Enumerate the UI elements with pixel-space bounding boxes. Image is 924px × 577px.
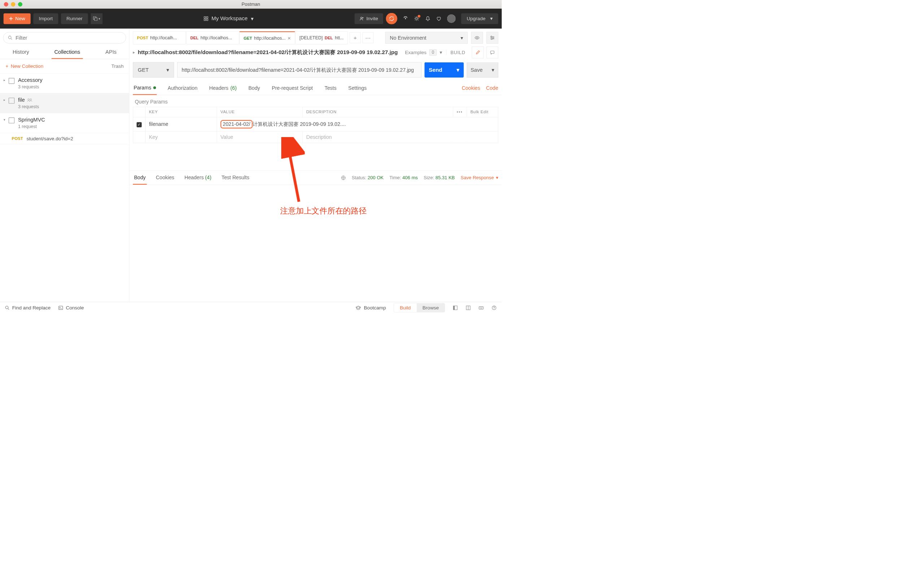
bulk-edit-button[interactable]: Bulk Edit bbox=[467, 107, 498, 117]
keyboard-icon[interactable] bbox=[478, 305, 484, 310]
console-icon bbox=[58, 305, 63, 310]
subtab-authorization[interactable]: Authorization bbox=[167, 82, 198, 95]
user-avatar[interactable] bbox=[447, 15, 456, 23]
tab-options-button[interactable]: ⋯ bbox=[363, 32, 373, 43]
new-collection-button[interactable]: + New Collection bbox=[5, 63, 43, 69]
subtab-pre-request[interactable]: Pre-request Script bbox=[271, 82, 313, 95]
find-replace-button[interactable]: Find and Replace bbox=[5, 305, 50, 311]
env-settings-button[interactable] bbox=[486, 32, 498, 44]
close-icon[interactable]: × bbox=[288, 35, 291, 41]
capture-button[interactable] bbox=[403, 16, 408, 21]
runner-button[interactable]: Runner bbox=[61, 13, 88, 24]
examples-dropdown[interactable]: Examples 0 ▾ bbox=[405, 49, 442, 56]
settings-button[interactable] bbox=[414, 16, 419, 21]
expand-url-button[interactable]: ▸ bbox=[133, 50, 135, 55]
new-tab-button[interactable]: + bbox=[350, 32, 360, 43]
svg-point-10 bbox=[28, 98, 29, 100]
method-selector[interactable]: GET ▾ bbox=[133, 62, 174, 77]
request-tab-0[interactable]: POST http://localh... bbox=[133, 31, 186, 44]
tab-collections[interactable]: Collections bbox=[52, 45, 83, 59]
resp-tab-cookies[interactable]: Cookies bbox=[155, 171, 176, 185]
notifications-button[interactable] bbox=[425, 16, 431, 21]
favorites-button[interactable] bbox=[436, 16, 441, 21]
collection-file[interactable]: ▸ file 3 requests bbox=[0, 93, 129, 113]
collection-accessory[interactable]: ▸ Accessory 3 requests bbox=[0, 74, 129, 93]
build-mode[interactable]: Build bbox=[394, 303, 417, 312]
filter-input-wrap[interactable] bbox=[3, 32, 126, 43]
query-params-label: Query Params bbox=[129, 95, 502, 107]
send-button[interactable]: Send ▾ bbox=[425, 62, 464, 77]
resp-tab-headers[interactable]: Headers (4) bbox=[183, 171, 213, 185]
comment-button[interactable] bbox=[486, 47, 498, 58]
tab-apis[interactable]: APIs bbox=[102, 45, 119, 59]
pane-split-icon[interactable] bbox=[465, 305, 471, 310]
resp-tab-tests[interactable]: Test Results bbox=[221, 171, 250, 185]
plus-icon bbox=[9, 16, 13, 21]
invite-button[interactable]: Invite bbox=[354, 13, 383, 24]
grid-icon bbox=[204, 16, 208, 21]
windows-button[interactable]: ▾ bbox=[90, 13, 102, 24]
globe-icon[interactable] bbox=[341, 175, 346, 180]
folder-icon bbox=[9, 98, 15, 103]
subtab-settings[interactable]: Settings bbox=[347, 82, 367, 95]
close-window[interactable] bbox=[4, 2, 8, 6]
workspace-selector[interactable]: My Workspace ▾ bbox=[204, 16, 254, 22]
chevron-down-icon: ▾ bbox=[492, 67, 494, 73]
request-tab-3[interactable]: [DELETED] DEL htt... bbox=[295, 31, 347, 44]
bootcamp-button[interactable]: Bootcamp bbox=[355, 305, 386, 311]
help-icon[interactable] bbox=[492, 305, 497, 310]
cookies-link[interactable]: Cookies bbox=[462, 85, 480, 91]
build-browse-toggle[interactable]: Build Browse bbox=[394, 303, 445, 313]
tab-history[interactable]: History bbox=[10, 45, 32, 59]
chevron-down-icon: ▾ bbox=[166, 67, 169, 73]
trash-button[interactable]: Trash bbox=[111, 63, 123, 69]
subtab-body[interactable]: Body bbox=[247, 82, 261, 95]
filter-input[interactable] bbox=[16, 35, 121, 41]
svg-point-12 bbox=[477, 37, 478, 38]
save-button[interactable]: Save ▾ bbox=[467, 62, 498, 77]
chevron-down-icon: ▾ bbox=[3, 118, 5, 121]
param-row-new[interactable]: Key Value Description bbox=[133, 131, 498, 143]
import-button[interactable]: Import bbox=[33, 13, 58, 24]
minimize-window[interactable] bbox=[11, 2, 15, 6]
traffic-lights bbox=[4, 2, 23, 6]
subtab-params[interactable]: Params bbox=[133, 82, 157, 95]
request-title: http://localhost:8002/file/download?file… bbox=[138, 49, 402, 56]
build-link[interactable]: BUILD bbox=[446, 50, 469, 55]
env-preview-button[interactable] bbox=[471, 32, 483, 44]
request-tab-1[interactable]: DEL http://localhos... bbox=[186, 31, 239, 44]
maximize-window[interactable] bbox=[18, 2, 23, 6]
chevron-right-icon: ▸ bbox=[3, 98, 5, 102]
main-content: POST http://localh... DEL http://localho… bbox=[129, 29, 502, 302]
request-item-student-save[interactable]: POST student/save.do?id=2 bbox=[0, 133, 129, 144]
param-value-cell[interactable]: 2021-04-02/计算机设计大赛国赛 2019-09-09 19.02...… bbox=[217, 117, 498, 131]
console-button[interactable]: Console bbox=[58, 305, 84, 311]
collection-springmvc[interactable]: ▾ SpringMVC 1 request bbox=[0, 113, 129, 133]
status-bar: Find and Replace Console Bootcamp Build … bbox=[0, 302, 502, 313]
subtab-headers[interactable]: Headers (6) bbox=[208, 82, 237, 95]
param-row-0[interactable]: ✓ filename 2021-04-02/计算机设计大赛国赛 2019-09-… bbox=[133, 117, 498, 131]
browse-mode[interactable]: Browse bbox=[417, 303, 445, 312]
code-link[interactable]: Code bbox=[486, 85, 498, 91]
pane-single-icon[interactable] bbox=[452, 305, 458, 310]
svg-rect-3 bbox=[207, 16, 208, 18]
new-button[interactable]: New bbox=[3, 13, 31, 24]
resp-tab-body[interactable]: Body bbox=[133, 171, 147, 185]
svg-rect-1 bbox=[95, 18, 97, 21]
url-input[interactable] bbox=[177, 62, 422, 77]
chevron-down-icon: ▾ bbox=[490, 16, 493, 22]
more-icon[interactable]: ••• bbox=[457, 110, 463, 114]
shared-icon bbox=[27, 98, 32, 102]
svg-rect-5 bbox=[207, 19, 208, 21]
request-tabs: POST http://localh... DEL http://localho… bbox=[133, 31, 373, 44]
upgrade-button[interactable]: Upgrade ▾ bbox=[461, 13, 498, 24]
svg-rect-4 bbox=[204, 19, 205, 21]
svg-point-7 bbox=[405, 18, 406, 19]
request-tab-2[interactable]: GET http://localhos... × bbox=[240, 31, 295, 44]
checkbox-checked-icon[interactable]: ✓ bbox=[136, 122, 142, 127]
save-response-button[interactable]: Save Response ▾ bbox=[460, 175, 498, 180]
subtab-tests[interactable]: Tests bbox=[324, 82, 337, 95]
edit-button[interactable] bbox=[472, 47, 484, 58]
environment-selector[interactable]: No Environment ▾ bbox=[386, 32, 468, 44]
sync-button[interactable] bbox=[386, 13, 397, 24]
